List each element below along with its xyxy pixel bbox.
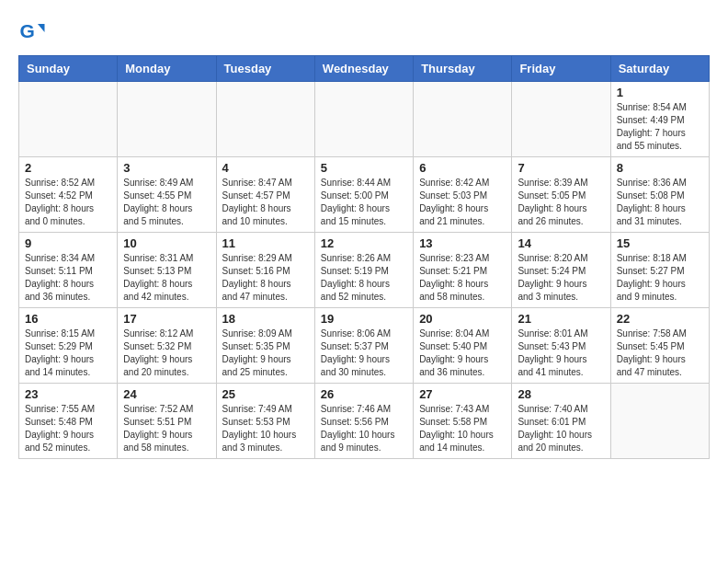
day-number: 28: [518, 387, 604, 401]
day-info: Sunrise: 8:01 AM Sunset: 5:43 PM Dayligh…: [518, 327, 604, 379]
calendar-header-sunday: Sunday: [19, 56, 118, 82]
calendar-week-row: 9Sunrise: 8:34 AM Sunset: 5:11 PM Daylig…: [19, 233, 710, 308]
day-number: 27: [419, 387, 506, 401]
calendar-cell: 17Sunrise: 8:12 AM Sunset: 5:32 PM Dayli…: [118, 308, 216, 384]
svg-text:G: G: [20, 20, 35, 41]
day-info: Sunrise: 8:26 AM Sunset: 5:19 PM Dayligh…: [321, 252, 407, 304]
day-info: Sunrise: 8:54 AM Sunset: 4:49 PM Dayligh…: [617, 101, 703, 153]
svg-marker-1: [38, 24, 45, 32]
calendar-cell: [19, 82, 118, 157]
day-info: Sunrise: 7:43 AM Sunset: 5:58 PM Dayligh…: [419, 403, 506, 454]
calendar-cell: 1Sunrise: 8:54 AM Sunset: 4:49 PM Daylig…: [610, 82, 709, 157]
calendar-cell: [118, 82, 216, 157]
calendar-cell: 12Sunrise: 8:26 AM Sunset: 5:19 PM Dayli…: [314, 233, 413, 308]
day-info: Sunrise: 8:29 AM Sunset: 5:16 PM Dayligh…: [222, 252, 309, 304]
calendar-cell: 22Sunrise: 7:58 AM Sunset: 5:45 PM Dayli…: [610, 308, 709, 384]
calendar-table: SundayMondayTuesdayWednesdayThursdayFrid…: [18, 55, 710, 459]
calendar-cell: 2Sunrise: 8:52 AM Sunset: 4:52 PM Daylig…: [19, 157, 118, 233]
calendar-cell: 16Sunrise: 8:15 AM Sunset: 5:29 PM Dayli…: [19, 308, 118, 384]
day-number: 25: [222, 387, 309, 401]
day-number: 18: [222, 312, 309, 326]
day-info: Sunrise: 8:39 AM Sunset: 5:05 PM Dayligh…: [518, 177, 604, 228]
calendar-cell: 7Sunrise: 8:39 AM Sunset: 5:05 PM Daylig…: [512, 157, 610, 233]
calendar-cell: 25Sunrise: 7:49 AM Sunset: 5:53 PM Dayli…: [216, 384, 314, 459]
calendar-cell: [512, 82, 610, 157]
day-number: 3: [123, 161, 210, 175]
day-info: Sunrise: 7:40 AM Sunset: 6:01 PM Dayligh…: [518, 403, 604, 454]
day-number: 26: [321, 387, 407, 401]
day-info: Sunrise: 8:52 AM Sunset: 4:52 PM Dayligh…: [25, 177, 111, 228]
calendar-header-thursday: Thursday: [414, 56, 512, 82]
calendar-cell: 23Sunrise: 7:55 AM Sunset: 5:48 PM Dayli…: [19, 384, 118, 459]
day-info: Sunrise: 8:20 AM Sunset: 5:24 PM Dayligh…: [518, 252, 604, 304]
day-info: Sunrise: 7:46 AM Sunset: 5:56 PM Dayligh…: [321, 403, 407, 454]
day-info: Sunrise: 8:18 AM Sunset: 5:27 PM Dayligh…: [617, 252, 703, 304]
calendar-cell: 5Sunrise: 8:44 AM Sunset: 5:00 PM Daylig…: [314, 157, 413, 233]
calendar-cell: 26Sunrise: 7:46 AM Sunset: 5:56 PM Dayli…: [314, 384, 413, 459]
logo: G: [18, 18, 50, 46]
calendar-cell: [216, 82, 314, 157]
day-number: 15: [617, 236, 703, 250]
calendar-cell: 13Sunrise: 8:23 AM Sunset: 5:21 PM Dayli…: [414, 233, 512, 308]
day-number: 10: [123, 236, 210, 250]
day-number: 2: [25, 161, 111, 175]
day-number: 22: [617, 312, 703, 326]
day-info: Sunrise: 8:12 AM Sunset: 5:32 PM Dayligh…: [123, 327, 210, 379]
calendar-week-row: 2Sunrise: 8:52 AM Sunset: 4:52 PM Daylig…: [19, 157, 710, 233]
calendar-header-wednesday: Wednesday: [314, 56, 413, 82]
day-number: 7: [518, 161, 604, 175]
calendar-week-row: 1Sunrise: 8:54 AM Sunset: 4:49 PM Daylig…: [19, 82, 710, 157]
day-info: Sunrise: 8:49 AM Sunset: 4:55 PM Dayligh…: [123, 177, 210, 228]
day-number: 12: [321, 236, 407, 250]
calendar-cell: 18Sunrise: 8:09 AM Sunset: 5:35 PM Dayli…: [216, 308, 314, 384]
day-number: 8: [617, 161, 703, 175]
day-info: Sunrise: 8:47 AM Sunset: 4:57 PM Dayligh…: [222, 177, 309, 228]
day-number: 9: [25, 236, 111, 250]
day-info: Sunrise: 8:42 AM Sunset: 5:03 PM Dayligh…: [419, 177, 506, 228]
day-info: Sunrise: 8:06 AM Sunset: 5:37 PM Dayligh…: [321, 327, 407, 379]
day-info: Sunrise: 8:31 AM Sunset: 5:13 PM Dayligh…: [123, 252, 210, 304]
calendar-week-row: 16Sunrise: 8:15 AM Sunset: 5:29 PM Dayli…: [19, 308, 710, 384]
calendar-cell: [414, 82, 512, 157]
day-info: Sunrise: 8:15 AM Sunset: 5:29 PM Dayligh…: [25, 327, 111, 379]
calendar-cell: 19Sunrise: 8:06 AM Sunset: 5:37 PM Dayli…: [314, 308, 413, 384]
day-info: Sunrise: 8:34 AM Sunset: 5:11 PM Dayligh…: [25, 252, 111, 304]
day-info: Sunrise: 8:44 AM Sunset: 5:00 PM Dayligh…: [321, 177, 407, 228]
calendar-cell: 6Sunrise: 8:42 AM Sunset: 5:03 PM Daylig…: [414, 157, 512, 233]
day-number: 20: [419, 312, 506, 326]
calendar-cell: 4Sunrise: 8:47 AM Sunset: 4:57 PM Daylig…: [216, 157, 314, 233]
day-number: 24: [123, 387, 210, 401]
calendar-cell: 3Sunrise: 8:49 AM Sunset: 4:55 PM Daylig…: [118, 157, 216, 233]
calendar-cell: 28Sunrise: 7:40 AM Sunset: 6:01 PM Dayli…: [512, 384, 610, 459]
day-number: 1: [617, 86, 703, 99]
calendar-cell: 11Sunrise: 8:29 AM Sunset: 5:16 PM Dayli…: [216, 233, 314, 308]
calendar-cell: 8Sunrise: 8:36 AM Sunset: 5:08 PM Daylig…: [610, 157, 709, 233]
calendar-cell: [314, 82, 413, 157]
day-info: Sunrise: 7:58 AM Sunset: 5:45 PM Dayligh…: [617, 327, 703, 379]
day-number: 23: [25, 387, 111, 401]
day-number: 16: [25, 312, 111, 326]
calendar-cell: 24Sunrise: 7:52 AM Sunset: 5:51 PM Dayli…: [118, 384, 216, 459]
day-number: 5: [321, 161, 407, 175]
day-info: Sunrise: 7:55 AM Sunset: 5:48 PM Dayligh…: [25, 403, 111, 454]
day-number: 13: [419, 236, 506, 250]
day-number: 14: [518, 236, 604, 250]
day-number: 4: [222, 161, 309, 175]
header: G: [18, 18, 710, 46]
calendar-cell: 20Sunrise: 8:04 AM Sunset: 5:40 PM Dayli…: [414, 308, 512, 384]
calendar-week-row: 23Sunrise: 7:55 AM Sunset: 5:48 PM Dayli…: [19, 384, 710, 459]
day-number: 17: [123, 312, 210, 326]
day-info: Sunrise: 7:52 AM Sunset: 5:51 PM Dayligh…: [123, 403, 210, 454]
day-number: 19: [321, 312, 407, 326]
calendar-cell: 9Sunrise: 8:34 AM Sunset: 5:11 PM Daylig…: [19, 233, 118, 308]
calendar-cell: [610, 384, 709, 459]
calendar-cell: 15Sunrise: 8:18 AM Sunset: 5:27 PM Dayli…: [610, 233, 709, 308]
calendar-header-saturday: Saturday: [610, 56, 709, 82]
calendar-cell: 14Sunrise: 8:20 AM Sunset: 5:24 PM Dayli…: [512, 233, 610, 308]
day-info: Sunrise: 8:23 AM Sunset: 5:21 PM Dayligh…: [419, 252, 506, 304]
day-info: Sunrise: 7:49 AM Sunset: 5:53 PM Dayligh…: [222, 403, 309, 454]
day-number: 11: [222, 236, 309, 250]
calendar-header-tuesday: Tuesday: [216, 56, 314, 82]
day-number: 6: [419, 161, 506, 175]
calendar-header-friday: Friday: [512, 56, 610, 82]
